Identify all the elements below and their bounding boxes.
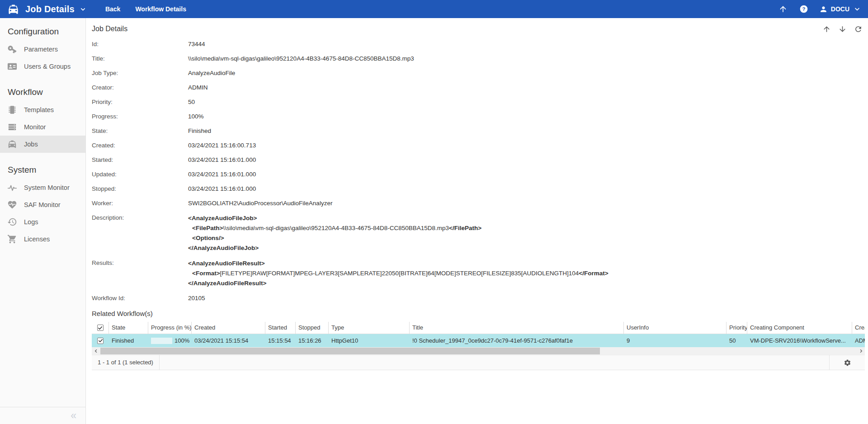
detail-row: Stopped:03/24/2021 15:16:01.000 [92,184,868,193]
sidebar-item-logs[interactable]: Logs [0,213,85,231]
scrollbar-thumb[interactable] [100,348,600,354]
xml-value: <AnalyzeAudioFileResult><Format>[FILETYP… [188,259,609,288]
sidebar-item-label: Users & Groups [24,63,71,70]
related-workflows-table: StateProgress (in %)CreatedStartedStoppe… [92,322,865,370]
nav-back[interactable]: Back [105,5,120,13]
detail-row: Id:73444 [92,40,868,49]
detail-row: Updated:03/24/2021 15:16:01.000 [92,170,868,179]
arrow-down-icon[interactable] [838,25,847,33]
xml-line: <AnalyzeAudioFileResult> [188,259,609,269]
sidebar-item-saf-monitor[interactable]: SAF Monitor [0,196,85,213]
related-workflows-title: Related Workflow(s) [92,310,868,317]
detail-label: Priority: [92,98,188,107]
detail-label: Progress: [92,112,188,121]
sidebar-collapse-button[interactable]: « [0,407,85,424]
top-bar: Job Details Back Workflow Details ? DOCU [0,0,868,18]
xml-line: <Options/> [188,233,481,243]
sidebar-item-label: Logs [24,218,38,226]
header-checkbox-cell [92,322,109,334]
nav-workflow-details[interactable]: Workflow Details [135,5,186,13]
table-cell: !0 Scheduler_19947_0ce9dc27-0c79-41ef-95… [410,334,624,347]
main-content: Job Details Id:73444Title:\\silo\media\v… [86,18,868,424]
detail-row: Description:<AnalyzeAudioFileJob><FilePa… [92,213,868,253]
detail-label: Started: [92,155,188,165]
app-title[interactable]: Job Details [25,4,75,14]
chevron-down-icon[interactable] [80,6,86,13]
table-cell: 9 [624,334,726,347]
column-header-creating-component[interactable]: Creating Component [747,322,852,334]
detail-row: State:Finished [92,127,868,136]
column-header-title[interactable]: Title [410,322,624,334]
detail-value: \\silo\media\vm-sql-digas\galileo\952120… [188,54,414,63]
detail-value: 03/24/2021 15:16:01.000 [188,184,256,193]
column-header-state[interactable]: State [109,322,148,334]
table-row[interactable]: Finished100%03/24/2021 15:15:5415:15:541… [92,334,865,347]
page-title: Job Details [92,25,127,33]
sidebar-item-label: Jobs [24,141,38,148]
detail-row: Progress:100% [92,112,868,121]
chevron-right-icon[interactable] [857,347,865,355]
table-cell: 15:16:26 [296,334,329,347]
refresh-icon[interactable] [854,25,863,33]
xml-line: <FilePath>\\silo\media\vm-sql-digas\gali… [188,223,481,233]
sidebar-item-system-monitor[interactable]: System Monitor [0,179,85,196]
column-header-progress-in[interactable]: Progress (in %) [148,322,192,334]
detail-label: State: [92,127,188,136]
chevron-left-icon[interactable] [92,347,100,355]
sidebar-item-label: Licenses [24,236,50,243]
sidebar-sections: ConfigurationParametersUsers & GroupsWor… [0,27,85,248]
horizontal-scrollbar[interactable] [92,347,865,355]
xml-line: </AnalyzeAudioFileJob> [188,243,481,253]
table-settings-button[interactable] [829,355,865,370]
detail-value: 73444 [188,40,205,49]
table-cell: HttpGet10 [329,334,410,347]
checkbox[interactable] [97,325,104,331]
xml-value: <AnalyzeAudioFileJob><FilePath>\\silo\me… [188,213,481,253]
user-menu[interactable]: DOCU [819,5,861,14]
sidebar-section-title: Workflow [0,87,85,97]
table-cell: ADMIN [852,334,865,347]
column-header-userinfo[interactable]: UserInfo [624,322,726,334]
column-header-creator[interactable]: Creator [852,322,865,334]
sidebar-item-templates[interactable]: Templates [0,101,85,118]
svg-text:?: ? [802,6,805,12]
detail-value: ADMIN [188,83,208,92]
column-header-started[interactable]: Started [265,322,296,334]
detail-row: Creator:ADMIN [92,83,868,92]
sidebar-item-monitor[interactable]: Monitor [0,118,85,136]
key-icon [7,44,17,54]
row-checkbox-cell [92,334,109,347]
table-body: Finished100%03/24/2021 15:15:5415:15:541… [92,334,865,347]
column-header-priority[interactable]: Priority [726,322,747,334]
help-icon[interactable]: ? [799,5,808,14]
sidebar-item-label: Monitor [24,123,46,131]
xml-line: <AnalyzeAudioFileJob> [188,213,481,223]
detail-label: Worker: [92,199,188,208]
detail-value: 20105 [188,294,205,303]
column-header-type[interactable]: Type [329,322,410,334]
arrow-up-icon[interactable] [822,25,831,33]
sidebar-item-users-groups[interactable]: Users & Groups [0,58,85,75]
detail-label: Updated: [92,170,188,179]
detail-row: Results:<AnalyzeAudioFileResult><Format>… [92,259,868,288]
sidebar-section: ConfigurationParametersUsers & Groups [0,27,85,75]
sidebar-section-title: Configuration [0,27,85,37]
checkbox[interactable] [97,338,104,344]
table-cell: 100% [148,334,192,347]
cart-icon [7,234,17,244]
taxi-icon [7,139,17,149]
sidebar-item-licenses[interactable]: Licenses [0,231,85,248]
sidebar-item-parameters[interactable]: Parameters [0,41,85,58]
sidebar-section-title: System [0,165,85,175]
detail-value: 03/24/2021 15:16:01.000 [188,155,256,165]
column-header-stopped[interactable]: Stopped [296,322,329,334]
table-cell: 15:15:54 [265,334,296,347]
sidebar-item-jobs[interactable]: Jobs [0,136,85,153]
user-name: DOCU [831,5,849,13]
history-icon [7,217,17,227]
detail-label: Workflow Id: [92,294,188,303]
upload-icon[interactable] [778,5,788,14]
table-header-row: StateProgress (in %)CreatedStartedStoppe… [92,322,865,334]
collapse-icon: « [71,410,76,422]
column-header-created[interactable]: Created [192,322,265,334]
